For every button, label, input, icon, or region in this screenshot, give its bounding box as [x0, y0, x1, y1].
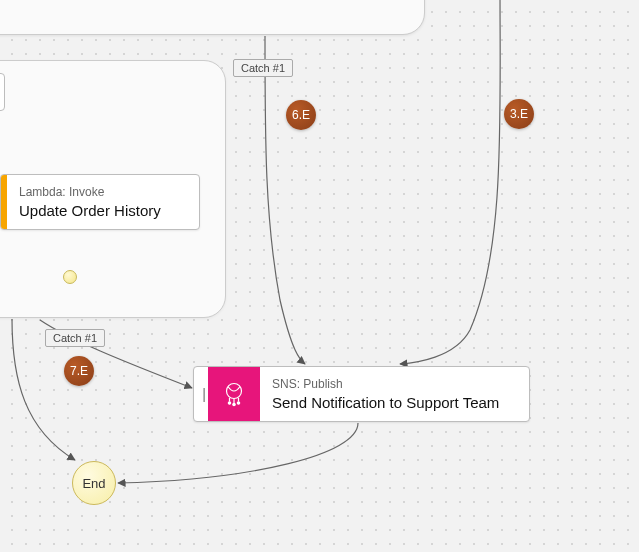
marker-7e[interactable]: 7.E	[64, 356, 94, 386]
catch-tag-upper: Catch #1	[233, 59, 293, 77]
marker-6e[interactable]: 6.E	[286, 100, 316, 130]
sns-node-title: Send Notification to Support Team	[272, 393, 499, 413]
lambda-invoke-node[interactable]: Lambda: Invoke Update Order History	[0, 174, 200, 230]
drag-handle-icon[interactable]: ||	[194, 367, 208, 421]
parallel-container-top[interactable]	[0, 0, 425, 35]
sns-publish-node[interactable]: || SNS: Publish Send Notification to Sup…	[193, 366, 530, 422]
branch-terminal-circle	[63, 270, 77, 284]
marker-3e[interactable]: 3.E	[504, 99, 534, 129]
end-node[interactable]: End	[72, 461, 116, 505]
sns-service-label: SNS: Publish	[272, 377, 499, 393]
catch-tag-lower: Catch #1	[45, 329, 105, 347]
svg-point-1	[228, 402, 230, 404]
sns-icon	[208, 367, 260, 421]
end-label: End	[82, 476, 105, 491]
state-node-clipped[interactable]	[0, 73, 5, 111]
svg-point-2	[233, 403, 235, 405]
lambda-node-title: Update Order History	[19, 201, 161, 221]
lambda-service-label: Lambda: Invoke	[19, 185, 161, 201]
svg-point-3	[237, 402, 239, 404]
